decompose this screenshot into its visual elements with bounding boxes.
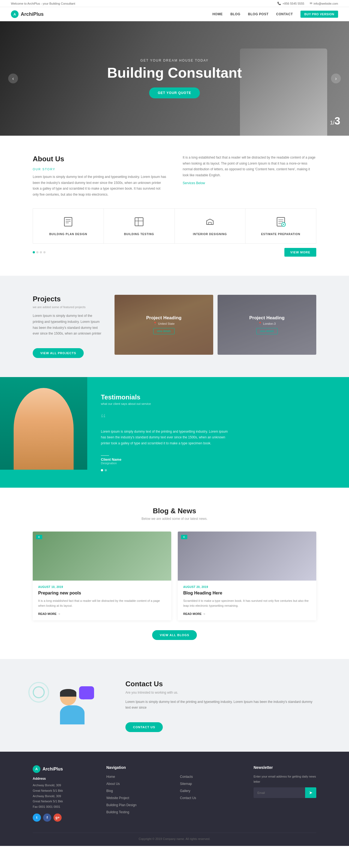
- blog-body-2: AUGUST 20, 2019 Blog Heading Here Scramb…: [178, 581, 316, 620]
- project-link-2[interactable]: view details: [256, 328, 278, 334]
- googleplus-button[interactable]: g+: [53, 813, 62, 822]
- hero-next-button[interactable]: ›: [331, 73, 341, 83]
- client-designation: Designation: [101, 462, 332, 465]
- contact-section: Contact Us Are you Intrested to working …: [0, 659, 349, 752]
- footer-link-building-plan[interactable]: Building Plan Design: [106, 802, 169, 807]
- footer-logo: A ArchiPlus: [33, 765, 95, 773]
- dot-1: [33, 251, 35, 253]
- footer-link-about[interactable]: About Us: [106, 781, 169, 786]
- hero-counter-total: 3: [335, 115, 340, 127]
- contact-inner: Contact Us Are you Intrested to working …: [33, 678, 316, 733]
- hero-title: Building Consultant: [107, 65, 242, 81]
- logo-icon: A: [11, 10, 19, 18]
- services-link[interactable]: Services Below: [183, 181, 205, 185]
- blog-excerpt-2: Scrambled it to make a type specimen boo…: [183, 598, 311, 608]
- person-body: [60, 705, 85, 724]
- service-name-3: INTERIOR DESIGNING: [180, 232, 240, 236]
- hero-prev-button[interactable]: ‹: [8, 73, 18, 83]
- estimate-icon: [251, 216, 311, 229]
- svg-rect-0: [64, 217, 72, 226]
- nav-contact[interactable]: CONTACT: [276, 12, 293, 16]
- blog-section: Blog & News Below we are added some of o…: [0, 488, 349, 659]
- about-text-left: Lorem Ipsum is simply dummy text of the …: [33, 174, 166, 197]
- service-name-2: BUILDING TESTING: [109, 232, 169, 236]
- hero-section: ‹ GET YOUR DREAM HOUSE TODAY Building Co…: [0, 21, 349, 136]
- view-all-blogs-button[interactable]: VIEW ALL BLOGS: [152, 630, 197, 640]
- testimonials-content: Testimonials what our client says about …: [87, 377, 349, 488]
- testimonials-subtitle: what our client says about out service: [101, 402, 332, 405]
- test-dot-2: [105, 469, 107, 471]
- building-testing-icon: [109, 216, 169, 229]
- email-icon: ✉: [310, 2, 312, 5]
- footer-link-contact-us[interactable]: Contact Us: [180, 795, 243, 800]
- contact-button[interactable]: CONTACT US: [125, 722, 163, 732]
- view-more-button[interactable]: VIEW MORE: [284, 248, 316, 257]
- illustration-wrapper: [43, 678, 98, 733]
- footer-top: A ArchiPlus Address Archway Bonold, 309G…: [33, 765, 316, 822]
- footer-address-title: Address: [33, 777, 95, 780]
- person-head-container: [60, 689, 76, 705]
- view-all-projects-button[interactable]: VIEW ALL PROJECTS: [33, 348, 84, 358]
- footer-link-gallery[interactable]: Gallery: [180, 788, 243, 793]
- bubble-tail: [82, 698, 86, 702]
- carousel-dots: [33, 251, 46, 253]
- blog-excerpt-1: It is a long established fact that a rea…: [38, 598, 166, 608]
- read-more-1[interactable]: READ MORE →: [38, 612, 166, 615]
- person-hair: [60, 689, 76, 696]
- blog-footer: VIEW ALL BLOGS: [33, 630, 316, 640]
- blog-cat-1: C: [36, 535, 42, 539]
- copyright-text: Copyright © 2019 Company name. All right…: [139, 837, 210, 840]
- testimonial-author: Client Name Designation: [101, 455, 332, 465]
- projects-text: Lorem Ipsum is simply dummy text of the …: [33, 313, 104, 337]
- svg-rect-4: [135, 218, 143, 226]
- projects-section: Projects we are added some of featured p…: [0, 276, 349, 377]
- nav-blog-post[interactable]: BLOG POST: [248, 12, 268, 16]
- projects-inner: Projects we are added some of featured p…: [33, 295, 316, 358]
- contact-illustration: [33, 678, 109, 733]
- services-row: BUILDING PLAN DESIGN BUILDING TESTING IN…: [33, 209, 316, 244]
- project-location-1: 📍 United State: [153, 322, 175, 325]
- newsletter-submit-button[interactable]: ➤: [305, 787, 316, 798]
- nav-buy-pro[interactable]: BUY PRO VERSION: [300, 11, 338, 18]
- dot-4: [43, 251, 46, 253]
- logo[interactable]: A ArchiPlus: [11, 10, 43, 18]
- footer-link-contacts[interactable]: Contacts: [180, 774, 243, 779]
- topbar-phone: 📞 +856 5545 5555: [277, 2, 304, 5]
- chat-bubble: [79, 686, 94, 700]
- topbar: Welcome to ArchiPlus - your Building Con…: [0, 0, 349, 7]
- person-silhouette: [13, 388, 74, 470]
- hero-cta-button[interactable]: GET YOUR QUOTE: [149, 88, 200, 98]
- newsletter-email-input[interactable]: [254, 787, 305, 798]
- read-more-2[interactable]: READ MORE →: [183, 612, 311, 615]
- nav-blog[interactable]: BLOG: [230, 12, 240, 16]
- blog-body-1: AUGUST 10, 2019 Preparing new pools It i…: [33, 581, 171, 620]
- wave-ring-inner: [33, 686, 45, 698]
- facebook-button[interactable]: f: [43, 813, 51, 822]
- nav-home[interactable]: HOME: [212, 12, 223, 16]
- service-interior: INTERIOR DESIGNING: [175, 209, 246, 243]
- contact-right: Contact Us Are you Intrested to working …: [125, 679, 316, 732]
- footer-link-website-project[interactable]: Website Project: [106, 795, 169, 800]
- footer-link-sitemap[interactable]: Sitemap: [180, 781, 243, 786]
- twitter-button[interactable]: t: [33, 813, 41, 822]
- blog-post-title-1: Preparing new pools: [38, 591, 166, 595]
- project-link-1[interactable]: view details: [153, 328, 175, 334]
- about-subtitle: our story: [33, 167, 166, 171]
- testimonial-dots: [101, 469, 332, 471]
- hero-people-image: [240, 49, 327, 136]
- footer-link-home[interactable]: Home: [106, 774, 169, 779]
- testimonial-text: Lorem ipsum is simply dummy text of the …: [101, 429, 232, 446]
- blog-date-2: AUGUST 20, 2019: [183, 586, 311, 588]
- blog-post-title-2: Blog Heading Here: [183, 591, 311, 595]
- project-card-2[interactable]: Project Heading 📍 London-3 view details: [217, 295, 316, 355]
- projects-left: Projects we are added some of featured p…: [33, 295, 104, 358]
- footer-links-list: Home About Us Blog Website Project Build…: [106, 774, 169, 814]
- footer-link-blog[interactable]: Blog: [106, 788, 169, 793]
- project-heading-1: Project Heading: [146, 315, 181, 321]
- footer-link-building-testing[interactable]: Building Testing: [106, 809, 169, 814]
- about-right: It is a long established fact that a rea…: [183, 155, 316, 197]
- footer-bottom: Copyright © 2019 Company name. All right…: [33, 833, 316, 840]
- project-heading-2: Project Heading: [249, 315, 284, 321]
- project-card-1[interactable]: Project Heading 📍 United State view deta…: [115, 295, 213, 355]
- blog-subtitle: Below we are added some of our latest ne…: [33, 517, 316, 521]
